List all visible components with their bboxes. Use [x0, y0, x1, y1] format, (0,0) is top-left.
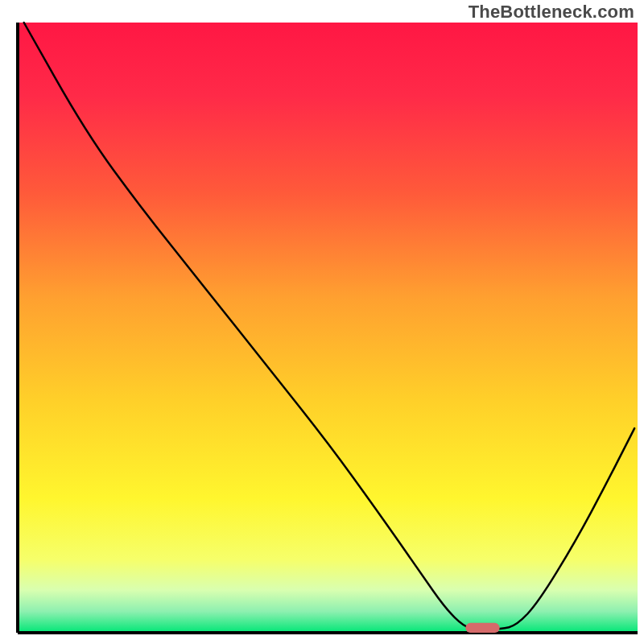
watermark-text: TheBottleneck.com: [469, 2, 634, 23]
chart-svg: [0, 0, 644, 644]
bottleneck-chart: TheBottleneck.com: [0, 0, 644, 644]
chart-background: [18, 23, 638, 633]
optimal-marker: [465, 623, 499, 633]
